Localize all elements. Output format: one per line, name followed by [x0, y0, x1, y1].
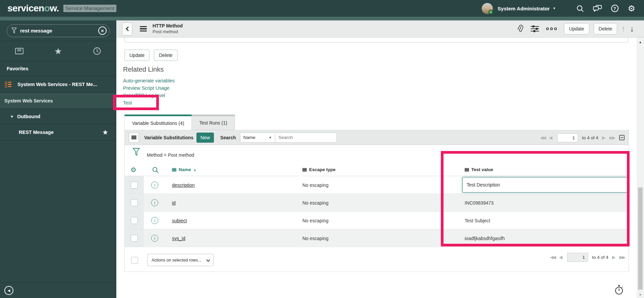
actions-select-label: Actions on selected rows...	[152, 258, 201, 263]
link-preview-script-usage[interactable]: Preview Script Usage	[123, 85, 175, 93]
row-name-link[interactable]: description	[172, 182, 195, 188]
gear-icon[interactable]: ⚙	[628, 4, 635, 13]
actions-on-selected-rows-select[interactable]: Actions on selected rows...	[147, 254, 214, 266]
list-context-menu-icon[interactable]	[129, 133, 139, 143]
test-value-edit-input[interactable]	[462, 177, 628, 193]
new-button[interactable]: New	[196, 133, 214, 143]
update-button[interactable]: Update	[124, 50, 150, 61]
nav-filter-input[interactable]	[20, 28, 87, 33]
tab-favorites[interactable]: ★	[39, 47, 78, 56]
row-range-text: to 4 of 4	[582, 135, 598, 140]
tab-all-applications[interactable]	[0, 48, 39, 54]
tab-history[interactable]	[77, 47, 116, 55]
avatar[interactable]	[482, 3, 493, 14]
record-title-block: HTTP Method Post method	[153, 23, 183, 34]
attachment-icon[interactable]	[516, 24, 524, 33]
page-number-input[interactable]	[557, 133, 578, 142]
scrollbar-thumb[interactable]	[638, 188, 643, 290]
nav-tabs: ★	[0, 41, 116, 61]
chat-icon[interactable]	[593, 5, 602, 12]
page-number-input[interactable]	[567, 253, 588, 262]
row-checkbox[interactable]	[131, 199, 138, 206]
user-menu[interactable]: System Administrator	[497, 6, 549, 11]
row-checkbox[interactable]	[131, 181, 138, 189]
scroll-down-icon[interactable]: ▼	[637, 293, 644, 297]
row-name-link[interactable]: sys_id	[172, 236, 185, 241]
response-time-icon[interactable]	[614, 285, 624, 297]
user-caret-icon[interactable]: ▼	[553, 7, 556, 10]
collapse-list-icon[interactable]	[619, 135, 625, 140]
column-header-escape-type[interactable]: Escape type	[302, 167, 336, 172]
archive-box-icon	[15, 48, 23, 54]
header-delete-button[interactable]: Delete	[594, 23, 617, 34]
form-context-menu-icon[interactable]	[140, 26, 147, 31]
related-links: Auto-generate variables Preview Script U…	[123, 78, 175, 107]
collapse-left-glyph: ◀	[8, 289, 10, 292]
tab-variable-substitutions[interactable]: Variable Substitutions (4)	[124, 115, 192, 130]
column-label: Name	[179, 167, 191, 172]
row-name-link[interactable]: subject	[172, 218, 187, 223]
nav-search-wrap: ×	[0, 20, 116, 41]
link-auto-generate-variables[interactable]: Auto-generate variables	[123, 78, 175, 85]
previous-record-icon[interactable]: ↑	[622, 24, 626, 33]
row-checkbox[interactable]	[131, 235, 138, 242]
more-options-icon[interactable]	[546, 27, 557, 30]
related-links-title: Related Links	[123, 66, 164, 73]
next-page-icon[interactable]: ▶	[612, 254, 616, 260]
delete-button[interactable]: Delete	[154, 50, 177, 61]
info-icon[interactable]: i	[151, 181, 158, 189]
logo-o: o	[44, 3, 50, 13]
list-title: Variable Substitutions	[144, 135, 193, 140]
select-caret-icon: ▼	[269, 136, 272, 139]
last-page-icon[interactable]: ▶▶	[609, 135, 614, 140]
row-escape-type: No escaping	[302, 236, 329, 241]
module-label: REST Message	[19, 130, 54, 135]
last-page-icon[interactable]: ▶▶	[619, 254, 625, 260]
help-icon[interactable]: ?	[611, 5, 619, 12]
group-outbound[interactable]: ▼ Outbound	[0, 109, 116, 124]
list-search-input[interactable]	[275, 133, 337, 143]
column-search-icon[interactable]	[152, 167, 159, 174]
collapse-sidebar-button[interactable]: ◀	[4, 286, 13, 295]
next-record-icon[interactable]: ↓	[630, 24, 634, 33]
header-update-button[interactable]: Update	[564, 23, 589, 34]
row-checkbox[interactable]	[131, 217, 138, 224]
clear-glyph: ×	[101, 28, 104, 33]
search-field-select[interactable]: Name ▼	[240, 133, 275, 143]
scroll-up-icon[interactable]: ▲	[637, 40, 644, 44]
link-test[interactable]: Test	[123, 100, 175, 107]
favorite-star-icon[interactable]: ★	[102, 128, 108, 136]
row-range-text: to 4 of 4	[592, 255, 608, 260]
personalize-columns-gear-icon[interactable]: ⚙	[130, 166, 136, 173]
clear-filter-icon[interactable]: ×	[98, 26, 107, 35]
row-select-cell	[125, 194, 144, 211]
column-menu-icon	[302, 168, 307, 171]
select-all-checkbox[interactable]	[131, 257, 138, 264]
tab-test-runs[interactable]: Test Runs (1)	[192, 115, 235, 130]
info-icon[interactable]: i	[151, 235, 158, 242]
info-icon[interactable]: i	[151, 217, 158, 224]
row-escape-type: No escaping	[302, 182, 329, 188]
page-scrollbar[interactable]: ▲ ▼	[637, 38, 644, 298]
info-icon[interactable]: i	[151, 199, 158, 206]
previous-page-icon[interactable]: ◀	[549, 135, 552, 140]
search-icon[interactable]	[577, 5, 584, 12]
breadcrumb-condition[interactable]: Method = Post method	[147, 152, 194, 158]
servicenow-logo[interactable]: servicenow.	[7, 3, 59, 14]
variable-substitutions-list: Variable Substitutions New Search Name ▼…	[124, 130, 629, 272]
next-page-icon[interactable]: ▶	[602, 135, 606, 140]
favorite-item-rest-message[interactable]: System Web Services - REST Me...	[0, 76, 116, 93]
first-page-icon[interactable]: ◀◀	[540, 135, 545, 140]
previous-page-icon[interactable]: ◀	[559, 254, 563, 260]
personalize-form-icon[interactable]	[531, 25, 539, 32]
nav-filter-box[interactable]: ×	[7, 24, 110, 37]
filter-funnel-icon[interactable]	[133, 148, 140, 158]
column-header-name[interactable]: Name ▲	[172, 167, 196, 172]
first-page-icon[interactable]: ◀◀	[550, 254, 555, 260]
column-header-test-value[interactable]: Test value	[465, 167, 493, 172]
sidebar-divider	[0, 283, 116, 283]
module-rest-message[interactable]: REST Message ★	[0, 124, 116, 141]
link-set-http-log-level[interactable]: Set HTTP Log level	[123, 93, 175, 100]
back-button[interactable]	[122, 22, 132, 35]
row-name-link[interactable]: id	[172, 200, 176, 206]
